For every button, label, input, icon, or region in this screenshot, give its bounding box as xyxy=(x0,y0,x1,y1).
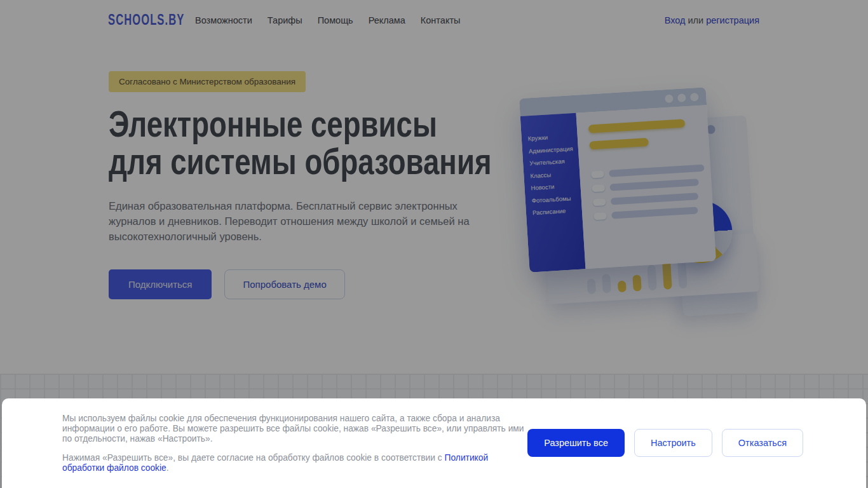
cookie-paragraph-2: Нажимая «Разрешить все», вы даете соглас… xyxy=(62,453,532,473)
cookie-paragraph-1: Мы используем файлы cookie для обеспечен… xyxy=(62,414,532,444)
cookie-buttons: Разрешить все Настроить Отказаться xyxy=(527,429,803,457)
cookie-consent-banner: Мы используем файлы cookie для обеспечен… xyxy=(2,398,866,488)
allow-all-button[interactable]: Разрешить все xyxy=(527,429,625,457)
cookie-paragraph-2-prefix: Нажимая «Разрешить все», вы даете соглас… xyxy=(62,453,445,463)
cookie-paragraph-2-suffix: . xyxy=(166,463,169,473)
decline-button[interactable]: Отказаться xyxy=(722,429,803,457)
configure-button[interactable]: Настроить xyxy=(634,429,712,457)
cookie-text: Мы используем файлы cookie для обеспечен… xyxy=(62,414,532,473)
page: SCHOOLS.BY Возможности Тарифы Помощь Рек… xyxy=(0,0,868,488)
